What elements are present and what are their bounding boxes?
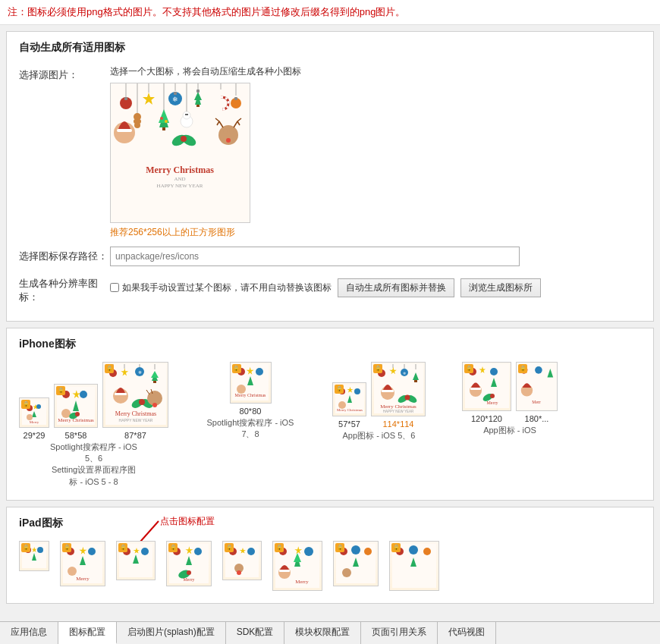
generate-button[interactable]: 自动生成所有图标并替换 [338,278,454,297]
iphone-icon-80: 🔒 Merry Christmas 80*80 [230,362,272,416]
svg-text:Merry Christmas: Merry Christmas [58,417,94,423]
generate-label: 生成各种分辨率图标： [19,274,110,304]
ipad-icon-box-7[interactable]: 🔒 [333,541,379,586]
ipad-icon-5: 🔒 [222,541,262,580]
path-input[interactable] [110,247,520,266]
svg-text:Merry: Merry [486,401,498,405]
lock-badge-180: 🔒 [518,364,527,373]
svg-point-185 [423,548,431,555]
tab-sdk-config[interactable]: SDK配置 [226,622,285,637]
svg-point-53 [27,414,33,420]
skip-manual-checkbox[interactable] [110,283,119,292]
icon-box-29[interactable]: 🔒 Merry [19,397,49,428]
svg-point-24 [134,122,140,128]
svg-point-95 [354,388,360,394]
icon-box-57[interactable]: 🔒 Merry Christmas [332,382,366,416]
ipad-icon-box-1[interactable]: 🔒 [19,541,49,571]
tab-page-relations[interactable]: 页面引用关系 [361,622,438,637]
svg-point-30 [165,120,168,123]
checkbox-text: 如果我手动设置过某个图标，请不用自动替换该图标 [122,281,332,294]
svg-rect-77 [115,393,127,395]
iphone-icon-114: 🔒 ❄ [371,362,426,429]
svg-point-151 [141,548,149,555]
ipad-icon-box-3[interactable]: 🔒 [116,541,156,580]
svg-text:HAPPY NEW YEAR: HAPPY NEW YEAR [382,410,413,413]
svg-point-82 [152,403,157,407]
icon-box-87[interactable]: 🔒 ❄ [102,362,168,428]
icon-label-180: 180*... [525,414,549,423]
lock-badge-114: 🔒 [373,364,382,373]
ipad-lock-2: 🔒 [62,543,71,552]
svg-point-40 [181,136,187,142]
ipad-lock-8: 🔒 [391,543,401,552]
path-label: 选择图标保存路径： [19,247,110,263]
svg-point-129 [535,366,542,374]
svg-rect-111 [382,390,394,392]
icon-box-120[interactable]: 🔒 [462,362,511,411]
path-content [110,247,641,266]
generate-content: 如果我手动设置过某个图标，请不用自动替换该图标 自动生成所有图标并替换 浏览生成… [110,274,641,297]
tab-module-permissions[interactable]: 模块权限配置 [284,622,361,637]
tab-code-view[interactable]: 代码视图 [438,622,496,637]
browse-button[interactable]: 浏览生成图标所 [460,278,541,297]
lock-badge-57: 🔒 [335,385,344,394]
ipad-icon-1: 🔒 [19,541,49,571]
iphone-section: iPhone图标 🔒 [6,328,654,501]
icon-label-120: 120*120 [471,414,502,423]
image-preview-box[interactable]: ❄ [110,83,250,223]
iphone-group-1-icons: 🔒 Merry 29*29 [19,362,168,440]
ipad-lock-5: 🔒 [225,543,234,552]
icon-box-80[interactable]: 🔒 Merry Christmas [230,362,272,404]
auto-generate-section: 自动生成所有适用图标 选择源图片： 选择一个大图标，将会自动压缩生成各种小图标 [6,31,654,322]
iphone-group-80: 🔒 Merry Christmas 80*80 [205,362,296,441]
svg-rect-109 [414,380,417,382]
tab-app-info[interactable]: 应用信息 [0,622,58,637]
icon-box-114[interactable]: 🔒 ❄ [371,362,426,416]
svg-point-184 [409,545,418,554]
iphone-group-1: 🔒 Merry 29*29 [19,362,168,488]
source-image-row: 选择源图片： 选择一个大图标，将会自动压缩生成各种小图标 [19,65,641,239]
svg-point-179 [364,548,372,555]
ipad-icon-6: 🔒 Merry [272,541,322,591]
svg-point-146 [68,567,77,576]
ipad-section: iPad图标 点击图标配置 🔒 [6,507,654,604]
main-container: 注：图标必须使用png格式的图片。不支持其他格式的图片通过修改后缀名得到的png… [0,0,660,637]
svg-text:Merry Christmas: Merry Christmas [336,408,362,412]
svg-point-51 [36,404,41,409]
svg-point-114 [404,395,410,401]
image-hint: 推荐256*256以上的正方形图形 [110,226,641,239]
svg-rect-75 [153,381,156,383]
tab-splash-config[interactable]: 启动图片(splash)配置 [117,622,226,637]
lock-badge-87: 🔒 [105,364,114,373]
lock-badge-80: 🔒 [232,364,241,373]
warning-bar: 注：图标必须使用png格式的图片。不支持其他格式的图片通过修改后缀名得到的png… [0,0,660,25]
iphone-icon-57: 🔒 Merry Christmas 57*57 [332,382,366,429]
source-hint: 选择一个大图标，将会自动压缩生成各种小图标 [110,65,641,78]
ipad-icon-3: 🔒 [116,541,156,580]
checkbox-container[interactable]: 如果我手动设置过某个图标，请不用自动替换该图标 [110,281,332,294]
svg-text:Merry Christmas: Merry Christmas [146,165,214,175]
svg-point-164 [247,548,255,555]
iphone-icon-180: 🔒 Merr 180*... [516,362,558,423]
ipad-icon-box-6[interactable]: 🔒 Merry [272,541,322,591]
icon-box-58[interactable]: 🔒 Merry Christmas [54,384,98,428]
ipad-icon-box-8[interactable]: 🔒 [389,541,439,591]
ipad-icon-box-4[interactable]: 🔒 Merry [166,541,212,586]
svg-point-170 [304,547,313,556]
svg-text:Merry: Merry [295,579,309,585]
ipad-lock-4: 🔒 [168,543,178,552]
svg-rect-37 [117,129,132,132]
icon-box-180[interactable]: 🔒 Merr [516,362,558,411]
ipad-icon-box-5[interactable]: 🔒 [222,541,262,580]
path-row: 选择图标保存路径： [19,247,641,266]
svg-rect-8 [124,97,127,100]
tab-icon-config[interactable]: 图标配置 [58,622,117,637]
ipad-icon-box-2[interactable]: 🔒 Merry [60,541,105,586]
icon-label-114: 114*114 [383,419,414,429]
iphone-group-120: 🔒 [462,362,558,436]
svg-text:HAPPY NEW YEAR: HAPPY NEW YEAR [118,418,152,423]
svg-text:Merry: Merry [30,420,39,424]
svg-point-44 [226,138,231,143]
svg-point-34 [185,114,187,115]
auto-generate-title: 自动生成所有适用图标 [19,41,641,55]
